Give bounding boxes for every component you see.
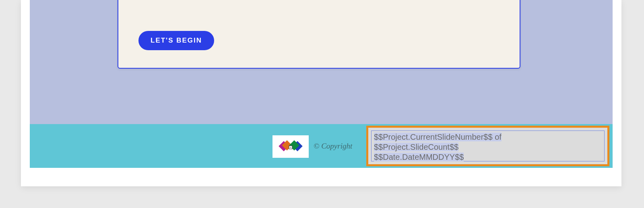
footer-logo: + [272, 135, 309, 158]
variables-highlight-box[interactable]: $$Project.CurrentSlideNumber$$ of $$Proj… [366, 126, 609, 166]
slide-upper-background: LET'S BEGIN [30, 0, 613, 124]
lets-begin-button[interactable]: LET'S BEGIN [138, 31, 214, 50]
variable-of-text: of [493, 133, 502, 141]
diamonds-logo-icon: + [276, 139, 305, 155]
slide-area: LET'S BEGIN + © Copyright [30, 0, 613, 168]
copyright-label: © Copyright [314, 142, 352, 151]
bottom-white-strip [21, 168, 621, 186]
content-card: LET'S BEGIN [118, 0, 520, 69]
variable-date: $$Date.DateMMDDYY$$ [374, 153, 464, 161]
page-container: LET'S BEGIN + © Copyright [21, 0, 621, 186]
svg-text:+: + [290, 146, 291, 149]
footer-bar: + © Copyright $$Project.CurrentSlideNumb… [30, 124, 613, 168]
variables-text-box[interactable]: $$Project.CurrentSlideNumber$$ of $$Proj… [371, 131, 605, 161]
variable-slide-count: $$Project.SlideCount$$ [374, 143, 458, 151]
variable-current-slide: $$Project.CurrentSlideNumber$$ [374, 133, 493, 141]
